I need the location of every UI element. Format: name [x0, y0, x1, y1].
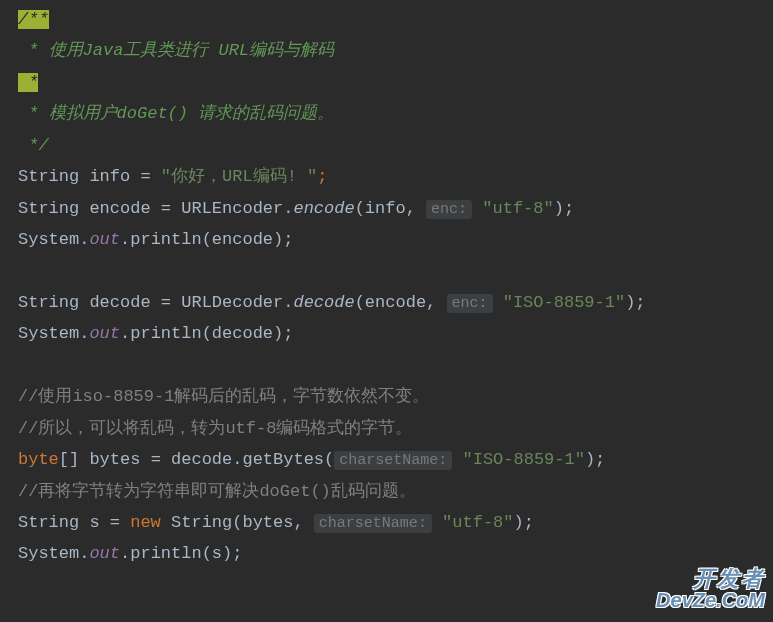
code-text: .println(decode); — [120, 324, 293, 343]
comment-token: /** — [18, 10, 49, 29]
comment-text: * 使用Java工具类进行 URL编码与解码 — [18, 41, 334, 60]
inline-comment: //再将字节转为字符串即可解决doGet()乱码问题。 — [18, 482, 416, 501]
method-name: decode — [293, 293, 354, 312]
string-literal: "ISO-8859-1" — [493, 293, 626, 312]
code-line-comment-end: */ — [18, 130, 755, 161]
watermark: 开发者 DevZe.CoM — [656, 568, 765, 610]
code-line: String decode = URLDecoder.decode(encode… — [18, 287, 755, 318]
code-line: String s = new String(bytes, charsetName… — [18, 507, 755, 538]
code-text: String encode = URLEncoder. — [18, 199, 293, 218]
code-text: .println(s); — [120, 544, 242, 563]
param-hint: charsetName: — [334, 451, 452, 470]
code-text: ); — [514, 513, 534, 532]
code-text: System. — [18, 544, 89, 563]
string-literal: "ISO-8859-1" — [452, 450, 585, 469]
code-text: System. — [18, 324, 89, 343]
static-field: out — [89, 230, 120, 249]
inline-comment: //所以，可以将乱码，转为utf-8编码格式的字节。 — [18, 419, 412, 438]
code-line: System.out.println(decode); — [18, 318, 755, 349]
code-text: System. — [18, 230, 89, 249]
param-hint: enc: — [426, 200, 472, 219]
code-text: ); — [625, 293, 645, 312]
static-field: out — [89, 544, 120, 563]
code-text: String(bytes, — [171, 513, 314, 532]
comment-text: * 模拟用户doGet() 请求的乱码问题。 — [18, 104, 334, 123]
param-hint: charsetName: — [314, 514, 432, 533]
code-text: [] bytes = decode.getBytes( — [59, 450, 334, 469]
keyword: byte — [18, 450, 59, 469]
code-line-blank — [18, 350, 755, 381]
method-name: encode — [293, 199, 354, 218]
code-text: (encode, — [355, 293, 447, 312]
code-line-comment: * 使用Java工具类进行 URL编码与解码 — [18, 35, 755, 66]
watermark-line2: DevZe.CoM — [656, 590, 765, 610]
code-line-comment: * — [18, 67, 755, 98]
code-text: ); — [554, 199, 574, 218]
code-text: ); — [585, 450, 605, 469]
code-line: String encode = URLEncoder.encode(info, … — [18, 193, 755, 224]
string-literal: "utf-8" — [472, 199, 554, 218]
string-literal: "你好，URL编码! " — [161, 167, 317, 186]
code-line-blank — [18, 256, 755, 287]
param-hint: enc: — [447, 294, 493, 313]
code-text: (info, — [355, 199, 426, 218]
static-field: out — [89, 324, 120, 343]
comment-token: */ — [18, 136, 49, 155]
semicolon: ; — [317, 167, 327, 186]
code-text: String info = — [18, 167, 161, 186]
comment-token: * — [18, 73, 38, 92]
inline-comment: //使用iso-8859-1解码后的乱码，字节数依然不变。 — [18, 387, 429, 406]
code-line-comment: //所以，可以将乱码，转为utf-8编码格式的字节。 — [18, 413, 755, 444]
code-line-comment: //使用iso-8859-1解码后的乱码，字节数依然不变。 — [18, 381, 755, 412]
code-text: String s = — [18, 513, 130, 532]
code-line: System.out.println(s); — [18, 538, 755, 569]
watermark-line1: 开发者 — [656, 568, 765, 590]
code-text: String decode = URLDecoder. — [18, 293, 293, 312]
code-line: String info = "你好，URL编码! "; — [18, 161, 755, 192]
code-text: .println(encode); — [120, 230, 293, 249]
code-line-comment-start: /** — [18, 4, 755, 35]
code-line-comment: //再将字节转为字符串即可解决doGet()乱码问题。 — [18, 476, 755, 507]
code-line-comment: * 模拟用户doGet() 请求的乱码问题。 — [18, 98, 755, 129]
string-literal: "utf-8" — [432, 513, 514, 532]
code-line: byte[] bytes = decode.getBytes(charsetNa… — [18, 444, 755, 475]
code-line: System.out.println(encode); — [18, 224, 755, 255]
keyword: new — [130, 513, 171, 532]
